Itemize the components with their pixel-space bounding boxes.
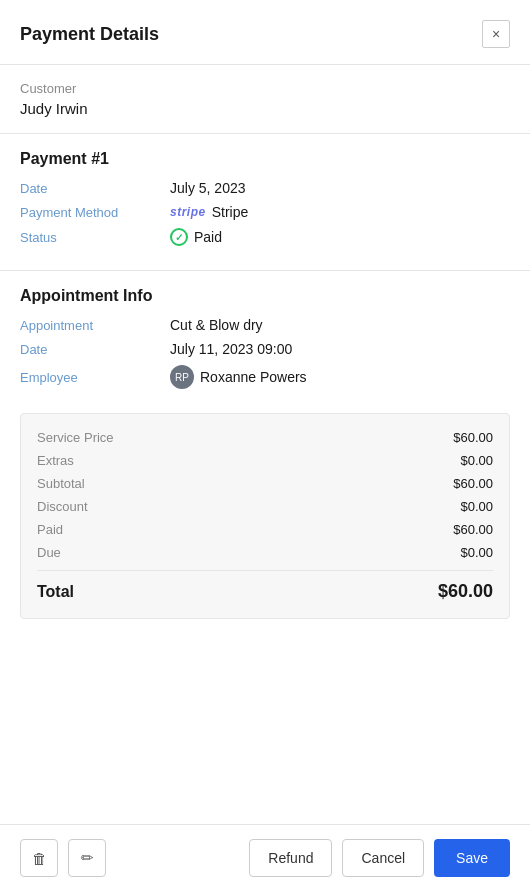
appointment-name-label: Appointment [20, 318, 170, 333]
subtotal-value: $60.00 [453, 476, 493, 491]
paid-checkmark: ✓ [175, 232, 183, 243]
delete-button[interactable]: 🗑 [20, 839, 58, 877]
employee-avatar: RP [170, 365, 194, 389]
edit-icon: ✏ [81, 849, 94, 867]
stripe-text: stripe [170, 205, 206, 219]
payment-title: Payment #1 [20, 150, 510, 168]
edit-button[interactable]: ✏ [68, 839, 106, 877]
service-price-value: $60.00 [453, 430, 493, 445]
appointment-employee-row: Employee RP Roxanne Powers [20, 365, 510, 389]
modal-header: Payment Details × [0, 0, 530, 64]
due-label: Due [37, 545, 61, 560]
subtotal-label: Subtotal [37, 476, 85, 491]
paid-row: Paid $60.00 [37, 522, 493, 537]
appointment-name-row: Appointment Cut & Blow dry [20, 317, 510, 333]
discount-value: $0.00 [460, 499, 493, 514]
delete-icon: 🗑 [32, 850, 47, 867]
appointment-name-value: Cut & Blow dry [170, 317, 263, 333]
appointment-date-value: July 11, 2023 09:00 [170, 341, 292, 357]
total-label: Total [37, 583, 74, 601]
appointment-date-label: Date [20, 342, 170, 357]
appointment-employee-value: RP Roxanne Powers [170, 365, 307, 389]
payment-method-value: stripe Stripe [170, 204, 248, 220]
refund-button[interactable]: Refund [249, 839, 332, 877]
customer-label: Customer [20, 81, 510, 96]
paid-value: $60.00 [453, 522, 493, 537]
due-row: Due $0.00 [37, 545, 493, 560]
payment-date-label: Date [20, 181, 170, 196]
appointment-date-row: Date July 11, 2023 09:00 [20, 341, 510, 357]
paid-label: Paid [37, 522, 63, 537]
appointment-employee-label: Employee [20, 370, 170, 385]
appointment-section: Appointment Info Appointment Cut & Blow … [0, 271, 530, 413]
payment-section: Payment #1 Date July 5, 2023 Payment Met… [0, 134, 530, 270]
payment-date-row: Date July 5, 2023 [20, 180, 510, 196]
due-value: $0.00 [460, 545, 493, 560]
payment-method-label: Payment Method [20, 205, 170, 220]
service-price-row: Service Price $60.00 [37, 430, 493, 445]
extras-row: Extras $0.00 [37, 453, 493, 468]
payment-method-row: Payment Method stripe Stripe [20, 204, 510, 220]
extras-label: Extras [37, 453, 74, 468]
total-row: Total $60.00 [37, 570, 493, 602]
modal-title: Payment Details [20, 24, 159, 45]
customer-section: Customer Judy Irwin [0, 65, 530, 133]
payment-status-value: ✓ Paid [170, 228, 222, 246]
payment-status-text: Paid [194, 229, 222, 245]
save-button[interactable]: Save [434, 839, 510, 877]
subtotal-row: Subtotal $60.00 [37, 476, 493, 491]
modal-container: Payment Details × Customer Judy Irwin Pa… [0, 0, 530, 891]
employee-name: Roxanne Powers [200, 369, 307, 385]
discount-row: Discount $0.00 [37, 499, 493, 514]
payment-date-value: July 5, 2023 [170, 180, 246, 196]
total-value: $60.00 [438, 581, 493, 602]
paid-check-icon: ✓ [170, 228, 188, 246]
pricing-box: Service Price $60.00 Extras $0.00 Subtot… [20, 413, 510, 619]
extras-value: $0.00 [460, 453, 493, 468]
payment-status-label: Status [20, 230, 170, 245]
stripe-logo: stripe [170, 205, 206, 219]
close-button[interactable]: × [482, 20, 510, 48]
discount-label: Discount [37, 499, 88, 514]
payment-status-row: Status ✓ Paid [20, 228, 510, 246]
payment-method-text: Stripe [212, 204, 249, 220]
customer-name: Judy Irwin [20, 100, 510, 117]
cancel-button[interactable]: Cancel [342, 839, 424, 877]
modal-footer: 🗑 ✏ Refund Cancel Save [0, 824, 530, 891]
service-price-label: Service Price [37, 430, 114, 445]
appointment-title: Appointment Info [20, 287, 510, 305]
